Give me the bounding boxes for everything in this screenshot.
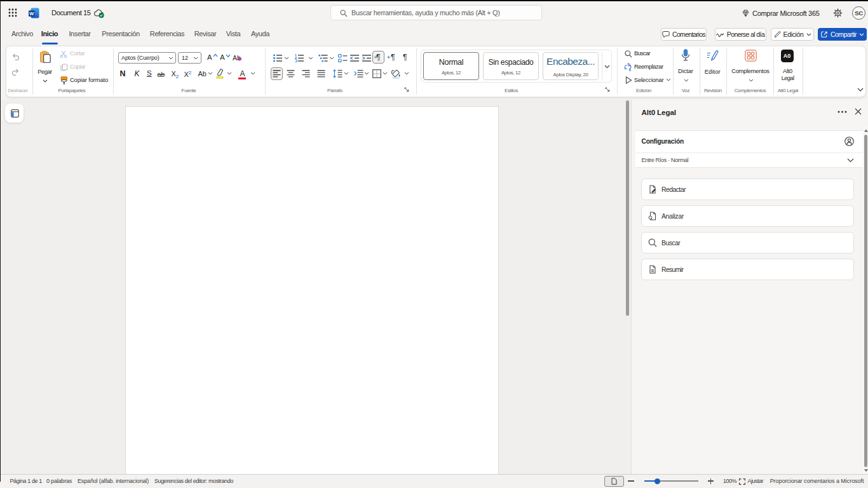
svg-text:W: W [29,11,34,17]
svg-text:b: b [627,63,630,67]
